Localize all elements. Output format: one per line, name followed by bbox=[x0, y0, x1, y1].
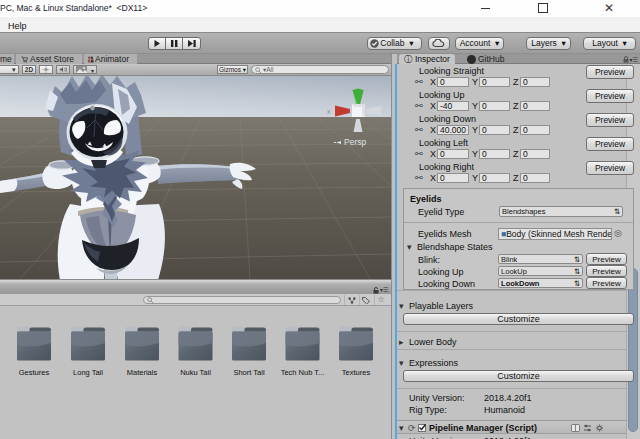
svg-text:x: x bbox=[327, 108, 331, 115]
svg-text:Persp: Persp bbox=[344, 137, 366, 147]
